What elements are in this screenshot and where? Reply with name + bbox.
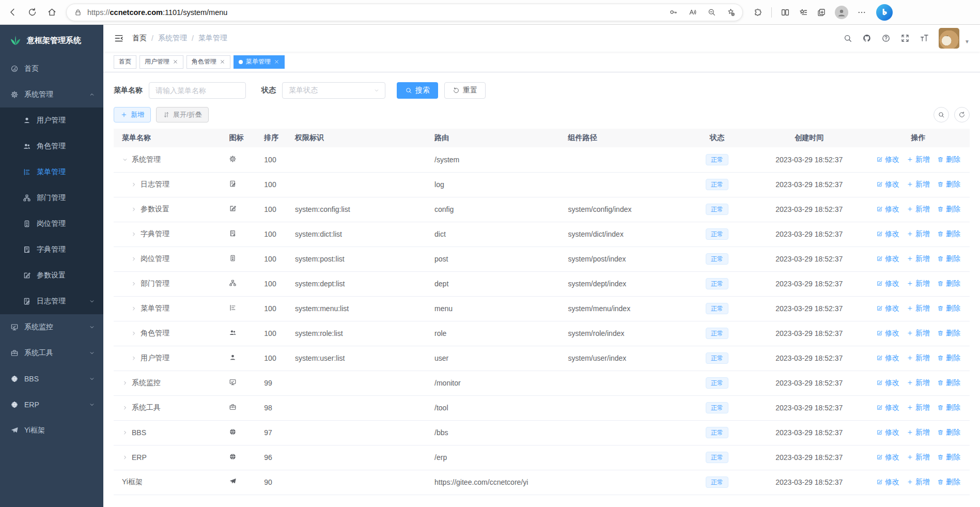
sidebar-item-system[interactable]: 系统管理: [0, 82, 103, 107]
row-action-add[interactable]: 新增: [907, 205, 930, 214]
row-action-edit[interactable]: 修改: [876, 453, 899, 462]
bing-sidebar-button[interactable]: [876, 4, 893, 21]
menu-name-input[interactable]: [149, 82, 246, 99]
table-row[interactable]: 系统监控99/monitor正常2023-03-29 18:52:37修改新增删…: [114, 371, 970, 395]
table-row[interactable]: 菜单管理100system:menu:listmenusystem/menu/i…: [114, 296, 970, 321]
read-aloud-icon[interactable]: [688, 8, 697, 17]
row-action-add[interactable]: 新增: [907, 403, 930, 412]
row-action-delete[interactable]: 删除: [937, 478, 960, 487]
row-action-add[interactable]: 新增: [907, 453, 930, 462]
row-action-delete[interactable]: 删除: [937, 155, 960, 164]
sidebar-item-tool[interactable]: 系统工具: [0, 340, 103, 366]
row-action-delete[interactable]: 删除: [937, 378, 960, 388]
sidebar-item-config[interactable]: 参数设置: [0, 263, 103, 288]
menu-name-cell[interactable]: 部门管理: [122, 279, 221, 288]
column-header[interactable]: 创建时间: [751, 129, 867, 147]
row-action-edit[interactable]: 修改: [876, 254, 899, 264]
refresh-table-button[interactable]: [954, 107, 970, 122]
status-select[interactable]: 菜单状态: [282, 82, 385, 99]
search-button[interactable]: 搜索: [397, 82, 438, 99]
breadcrumb-item[interactable]: 首页: [132, 34, 147, 43]
row-action-add[interactable]: 新增: [907, 279, 930, 288]
column-header[interactable]: 组件路径: [564, 129, 683, 147]
breadcrumb-item[interactable]: 系统管理: [158, 34, 187, 43]
zoom-out-icon[interactable]: [707, 8, 716, 17]
row-action-delete[interactable]: 删除: [937, 205, 960, 214]
sidebar-item-post[interactable]: 岗位管理: [0, 211, 103, 237]
sidebar-item-menu[interactable]: 菜单管理: [0, 159, 103, 185]
row-action-delete[interactable]: 删除: [937, 329, 960, 338]
toggle-search-button[interactable]: [934, 107, 949, 122]
password-key-icon[interactable]: [669, 8, 678, 17]
row-action-edit[interactable]: 修改: [876, 205, 899, 214]
menu-name-cell[interactable]: 日志管理: [122, 180, 221, 189]
column-header[interactable]: 权限标识: [291, 129, 430, 147]
browser-refresh-button[interactable]: [23, 4, 41, 21]
column-header[interactable]: 操作: [867, 129, 970, 147]
favorite-star-icon[interactable]: [726, 8, 735, 17]
row-action-delete[interactable]: 删除: [937, 254, 960, 264]
row-action-delete[interactable]: 删除: [937, 453, 960, 462]
row-action-edit[interactable]: 修改: [876, 229, 899, 239]
row-action-delete[interactable]: 删除: [937, 180, 960, 189]
address-bar[interactable]: https://ccnetcore.com:1101/system/menu: [66, 4, 743, 21]
tab-menu[interactable]: 菜单管理: [234, 55, 285, 69]
sidebar-item-dict[interactable]: 字典管理: [0, 237, 103, 263]
browser-home-button[interactable]: [42, 4, 61, 21]
table-row[interactable]: 参数设置100system:config:listconfigsystem/co…: [114, 197, 970, 222]
sidebar-item-erp[interactable]: ERP: [0, 392, 103, 418]
row-action-delete[interactable]: 删除: [937, 229, 960, 239]
font-size-icon[interactable]: [920, 34, 929, 43]
table-row[interactable]: 系统管理100/system正常2023-03-29 18:52:37修改新增删…: [114, 147, 970, 172]
menu-name-cell[interactable]: 系统监控: [122, 378, 221, 388]
row-action-add[interactable]: 新增: [907, 378, 930, 388]
browser-profile-avatar[interactable]: [835, 6, 848, 19]
tab-role[interactable]: 角色管理: [186, 55, 230, 69]
table-row[interactable]: 日志管理100log正常2023-03-29 18:52:37修改新增删除: [114, 172, 970, 197]
column-header[interactable]: 排序: [260, 129, 291, 147]
breadcrumb-item[interactable]: 菜单管理: [198, 34, 227, 43]
row-action-edit[interactable]: 修改: [876, 304, 899, 313]
sidebar-item-role[interactable]: 角色管理: [0, 133, 103, 159]
extensions-icon[interactable]: [753, 8, 763, 17]
row-action-add[interactable]: 新增: [907, 229, 930, 239]
row-action-edit[interactable]: 修改: [876, 180, 899, 189]
row-action-add[interactable]: 新增: [907, 478, 930, 487]
table-row[interactable]: 角色管理100system:role:listrolesystem/role/i…: [114, 321, 970, 346]
row-action-add[interactable]: 新增: [907, 254, 930, 264]
menu-name-cell[interactable]: 系统管理: [122, 155, 221, 164]
row-action-delete[interactable]: 删除: [937, 279, 960, 288]
row-action-add[interactable]: 新增: [907, 329, 930, 338]
browser-back-button[interactable]: [3, 4, 22, 21]
app-logo[interactable]: 意框架管理系统: [0, 25, 103, 56]
menu-name-cell[interactable]: 系统工具: [122, 403, 221, 412]
sidebar-item-monitor[interactable]: 系统监控: [0, 314, 103, 340]
column-header[interactable]: 路由: [430, 129, 564, 147]
collections-icon[interactable]: [817, 8, 826, 17]
row-action-add[interactable]: 新增: [907, 180, 930, 189]
table-row[interactable]: BBS97/bbs正常2023-03-29 18:52:37修改新增删除: [114, 420, 970, 445]
menu-name-cell[interactable]: BBS: [122, 428, 221, 437]
favorites-bar-icon[interactable]: [799, 8, 808, 17]
table-row[interactable]: 字典管理100system:dict:listdictsystem/dict/i…: [114, 222, 970, 247]
column-header[interactable]: 状态: [683, 129, 752, 147]
row-action-delete[interactable]: 删除: [937, 403, 960, 412]
menu-name-cell[interactable]: 参数设置: [122, 205, 221, 214]
avatar-caret-icon[interactable]: ▼: [965, 39, 970, 49]
fold-sidebar-icon[interactable]: [114, 33, 124, 43]
row-action-edit[interactable]: 修改: [876, 403, 899, 412]
row-action-edit[interactable]: 修改: [876, 354, 899, 363]
tab-user[interactable]: 用户管理: [139, 55, 183, 69]
sidebar-item-bbs[interactable]: BBS: [0, 366, 103, 392]
row-action-delete[interactable]: 删除: [937, 304, 960, 313]
row-action-add[interactable]: 新增: [907, 354, 930, 363]
help-icon[interactable]: [881, 34, 891, 43]
row-action-add[interactable]: 新增: [907, 304, 930, 313]
menu-name-cell[interactable]: 菜单管理: [122, 304, 221, 313]
more-menu-icon[interactable]: [857, 8, 866, 17]
table-row[interactable]: 用户管理100system:user:listusersystem/user/i…: [114, 346, 970, 371]
menu-name-cell[interactable]: 角色管理: [122, 329, 221, 338]
search-icon[interactable]: [843, 34, 852, 43]
user-avatar[interactable]: [939, 28, 959, 49]
sidebar-item-user[interactable]: 用户管理: [0, 107, 103, 133]
